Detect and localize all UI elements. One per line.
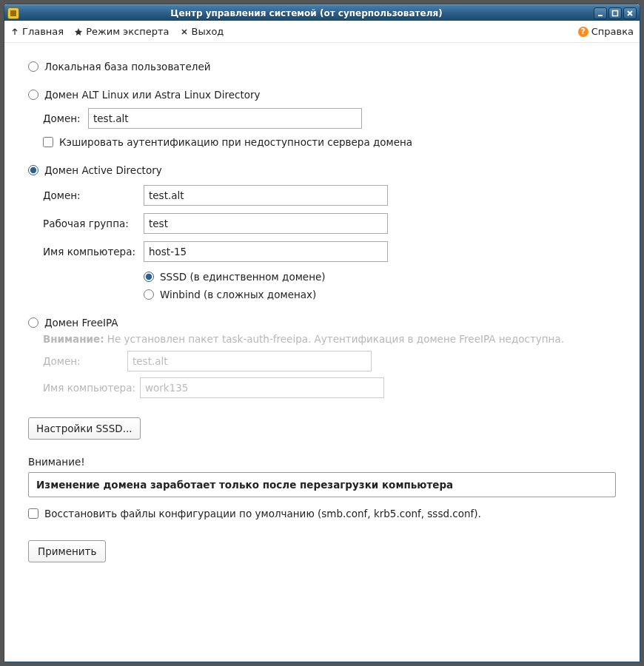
close-icon bbox=[180, 27, 189, 36]
minimize-button[interactable] bbox=[594, 7, 607, 19]
alt-cache-checkbox-label: Кэшировать аутентификацию при недоступно… bbox=[59, 136, 412, 148]
close-button[interactable] bbox=[623, 7, 637, 19]
attention-heading: Внимание! bbox=[28, 456, 616, 468]
freeipa-warning: Внимание: Не установлен пакет task-auth-… bbox=[43, 333, 616, 345]
help-icon: ? bbox=[578, 27, 588, 37]
content-area: Локальная база пользователей Домен ALT L… bbox=[4, 43, 640, 662]
alt-cache-checkbox-input[interactable] bbox=[43, 137, 53, 147]
radio-winbind-input[interactable] bbox=[144, 289, 154, 300]
system-management-window: Центр управления системой (от суперпольз… bbox=[4, 4, 640, 662]
menu-exit-label: Выход bbox=[192, 26, 224, 37]
menu-home[interactable]: Главная bbox=[10, 26, 64, 37]
menu-home-label: Главная bbox=[22, 26, 64, 37]
menubar: Главная Режим эксперта Выход ? Справка bbox=[4, 21, 640, 43]
menu-expert-label: Режим эксперта bbox=[86, 26, 169, 37]
freeipa-domain-field: Домен: bbox=[43, 351, 616, 371]
ad-hostname-field: Имя компьютера: bbox=[43, 241, 616, 262]
svg-rect-0 bbox=[10, 10, 16, 16]
radio-alt-domain-label: Домен ALT Linux или Astra Linux Director… bbox=[44, 89, 261, 101]
arrow-up-icon bbox=[10, 27, 19, 36]
radio-local-users-input[interactable] bbox=[28, 61, 38, 72]
window-title: Центр управления системой (от суперпольз… bbox=[24, 8, 589, 18]
radio-sssd-input[interactable] bbox=[144, 272, 154, 282]
maximize-button[interactable] bbox=[608, 7, 622, 19]
menu-exit[interactable]: Выход bbox=[180, 26, 224, 37]
svg-rect-2 bbox=[613, 10, 618, 16]
freeipa-hostname-label: Имя компьютера: bbox=[43, 382, 135, 394]
ad-domain-input[interactable] bbox=[144, 185, 388, 206]
alt-domain-label: Домен: bbox=[43, 112, 84, 124]
radio-freeipa[interactable]: Домен FreeIPA bbox=[28, 317, 616, 329]
radio-winbind-label: Winbind (в сложных доменах) bbox=[160, 289, 316, 300]
freeipa-domain-label: Домен: bbox=[43, 355, 123, 367]
sssd-settings-button[interactable]: Настройки SSSD... bbox=[28, 417, 141, 440]
alt-domain-field: Домен: bbox=[43, 108, 616, 129]
radio-alt-domain[interactable]: Домен ALT Linux или Astra Linux Director… bbox=[28, 89, 616, 101]
titlebar: Центр управления системой (от суперпольз… bbox=[4, 4, 640, 21]
menu-expert[interactable]: Режим эксперта bbox=[74, 26, 169, 37]
apply-button[interactable]: Применить bbox=[28, 540, 106, 562]
ad-workgroup-input[interactable] bbox=[144, 213, 388, 234]
ad-workgroup-field: Рабочая группа: bbox=[43, 213, 616, 234]
ad-domain-label: Домен: bbox=[43, 189, 139, 201]
menu-help[interactable]: ? Справка bbox=[578, 26, 634, 37]
app-icon bbox=[7, 7, 19, 19]
notice-box: Изменение домена заработает только после… bbox=[28, 472, 616, 497]
ad-domain-field: Домен: bbox=[43, 185, 616, 206]
radio-ad-domain-label: Домен Active Directory bbox=[44, 164, 162, 176]
ad-hostname-label: Имя компьютера: bbox=[43, 246, 139, 258]
window-buttons bbox=[594, 7, 637, 19]
radio-sssd-label: SSSD (в единственном домене) bbox=[160, 271, 326, 283]
restore-defaults-checkbox[interactable]: Восстановить файлы конфигурации по умолч… bbox=[28, 508, 616, 519]
notice-text: Изменение домена заработает только после… bbox=[36, 479, 453, 491]
radio-alt-domain-input[interactable] bbox=[28, 90, 38, 100]
radio-ad-domain-input[interactable] bbox=[28, 165, 38, 175]
radio-sssd[interactable]: SSSD (в единственном домене) bbox=[144, 271, 616, 283]
alt-cache-checkbox[interactable]: Кэшировать аутентификацию при недоступно… bbox=[43, 136, 616, 148]
radio-freeipa-input[interactable] bbox=[28, 317, 38, 328]
radio-local-users[interactable]: Локальная база пользователей bbox=[28, 61, 616, 73]
restore-defaults-checkbox-label: Восстановить файлы конфигурации по умолч… bbox=[44, 508, 481, 519]
menu-help-label: Справка bbox=[591, 26, 634, 37]
freeipa-warning-text: Не установлен пакет task-auth-freeipa. А… bbox=[104, 333, 564, 345]
radio-ad-domain[interactable]: Домен Active Directory bbox=[28, 164, 616, 176]
freeipa-warning-prefix: Внимание: bbox=[43, 333, 104, 345]
radio-winbind[interactable]: Winbind (в сложных доменах) bbox=[144, 289, 616, 300]
restore-defaults-checkbox-input[interactable] bbox=[28, 508, 38, 519]
star-icon bbox=[74, 27, 83, 36]
ad-workgroup-label: Рабочая группа: bbox=[43, 218, 139, 229]
ad-hostname-input[interactable] bbox=[144, 241, 388, 262]
alt-domain-input[interactable] bbox=[88, 108, 362, 129]
freeipa-hostname-input bbox=[140, 377, 384, 398]
radio-freeipa-label: Домен FreeIPA bbox=[44, 317, 118, 329]
freeipa-domain-input bbox=[127, 351, 372, 371]
svg-rect-1 bbox=[598, 15, 603, 16]
freeipa-hostname-field: Имя компьютера: bbox=[43, 377, 616, 398]
radio-local-users-label: Локальная база пользователей bbox=[44, 61, 211, 73]
